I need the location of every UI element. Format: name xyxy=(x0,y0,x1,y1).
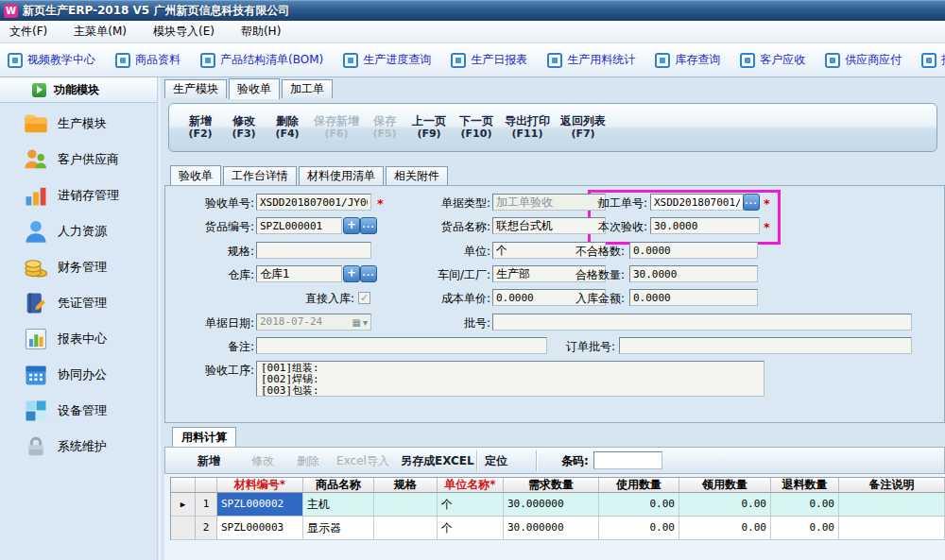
qualified-qty-input[interactable] xyxy=(629,265,758,282)
sidebar-header-label: 功能模块 xyxy=(54,82,99,98)
app-logo-icon: W xyxy=(4,4,18,18)
inbound-amount-input[interactable] xyxy=(629,289,758,306)
quickbar-item-alerts[interactable]: 报警提示 xyxy=(921,52,945,68)
save-as-excel-button[interactable]: 另存成EXCEL xyxy=(401,453,471,469)
unit-cost-label: 成本单价: xyxy=(405,290,490,307)
browse-item-button[interactable]: ... xyxy=(360,217,377,234)
cell-material-no: SPZL000002 xyxy=(217,493,303,517)
unqualified-qty-input[interactable] xyxy=(629,242,758,259)
spec-input[interactable] xyxy=(256,242,371,259)
sidebar-item-production-module[interactable]: 生产模块 xyxy=(23,107,157,141)
quickbar-item-progress-query[interactable]: 生产进度查询 xyxy=(343,52,431,68)
quickbar-item-receivables[interactable]: 客户应收 xyxy=(740,52,805,68)
quickbar-item-bom[interactable]: 产品结构清单(BOM) xyxy=(200,52,323,68)
checkbox-icon xyxy=(200,53,215,68)
current-acceptance-input[interactable] xyxy=(650,217,760,234)
locate-button[interactable]: 定位 xyxy=(481,453,511,469)
sidebar-item-report-center[interactable]: 报表中心 xyxy=(23,322,157,356)
tab-material-calc[interactable]: 用料计算 xyxy=(172,427,236,448)
quickbar-item-inventory-query[interactable]: 库存查询 xyxy=(655,52,720,68)
people-icon xyxy=(23,146,49,173)
tab-material-usage-list[interactable]: 材料使用清单 xyxy=(299,166,384,185)
quickbar-item-material-stats[interactable]: 生产用料统计 xyxy=(547,52,635,68)
remark-input[interactable] xyxy=(256,337,547,354)
acceptance-no-input[interactable] xyxy=(256,194,371,211)
sidebar-item-system-maintenance[interactable]: 系统维护 xyxy=(23,430,157,464)
tab-workbench-detail[interactable]: 工作台详情 xyxy=(223,166,297,185)
bar-chart-icon xyxy=(23,182,49,209)
cell-name: 显示器 xyxy=(303,517,374,540)
col-header-unit[interactable]: 单位名称* xyxy=(438,478,504,493)
separator xyxy=(536,450,537,471)
col-header-note[interactable]: 备注说明 xyxy=(839,478,945,493)
tab-acceptance-form[interactable]: 验收单 xyxy=(170,165,221,186)
sidebar-item-hr[interactable]: 人力资源 xyxy=(23,214,157,248)
play-icon xyxy=(32,83,46,97)
acceptance-process-box[interactable]: [001]组装: [002]焊锡: [003]包装: xyxy=(256,361,765,397)
menu-file[interactable]: 文件(F) xyxy=(9,24,47,40)
acceptance-process-label: 验收工序: xyxy=(169,362,254,379)
tab-attachments[interactable]: 相关附件 xyxy=(386,166,448,185)
sidebar-item-inventory-mgmt[interactable]: 进销存管理 xyxy=(23,178,157,212)
table-row[interactable]: 2 SPZL000003 显示器 个 30.000000 0.00 0.00 0… xyxy=(171,517,945,540)
tab-process-order[interactable]: 加工单 xyxy=(282,79,333,98)
sidebar-item-label: 人力资源 xyxy=(58,223,107,240)
detail-edit-button: 修改 xyxy=(240,453,285,469)
lock-icon xyxy=(23,433,49,460)
menu-main[interactable]: 主菜单(M) xyxy=(74,24,127,40)
col-header-returned-qty[interactable]: 退料数量 xyxy=(771,478,839,493)
sidebar-item-finance[interactable]: 财务管理 xyxy=(23,250,157,284)
row-seq: 1 xyxy=(196,493,217,517)
quickbar-item-daily-report[interactable]: 生产日报表 xyxy=(451,52,527,68)
col-header-received-qty[interactable]: 领用数量 xyxy=(679,478,771,493)
batch-no-input[interactable] xyxy=(492,314,912,331)
col-header-material-no[interactable]: 材料编号* xyxy=(217,478,303,493)
order-batch-no-input[interactable] xyxy=(619,337,912,354)
cell-spec xyxy=(374,517,438,540)
col-header-name[interactable]: 商品名称 xyxy=(303,478,374,493)
barcode-input[interactable] xyxy=(593,451,662,469)
doc-type-label: 单据类型: xyxy=(405,195,490,212)
tab-acceptance-order[interactable]: 验收单 xyxy=(229,78,280,99)
quickbar-label: 生产用料统计 xyxy=(567,52,635,68)
required-marker: * xyxy=(377,195,384,212)
quick-toolbar: 视频教学中心 商品资料 产品结构清单(BOM) 生产进度查询 生产日报表 生产用… xyxy=(0,43,945,77)
coins-icon xyxy=(23,254,49,280)
add-warehouse-button[interactable]: + xyxy=(343,265,360,282)
detail-add-button[interactable]: 新增 xyxy=(186,453,232,469)
cell-used-qty: 0.00 xyxy=(599,517,679,540)
browse-warehouse-button[interactable]: ... xyxy=(360,265,377,282)
col-header-used-qty[interactable]: 使用数量 xyxy=(599,478,679,493)
quickbar-item-goods[interactable]: 商品资料 xyxy=(115,52,180,68)
delete-button[interactable]: 删除(F4) xyxy=(266,115,309,140)
export-print-button[interactable]: 导出打印(F11) xyxy=(500,115,555,140)
next-page-button[interactable]: 下一页(F10) xyxy=(453,115,500,140)
item-no-input[interactable] xyxy=(256,217,342,234)
menu-help[interactable]: 帮助(H) xyxy=(241,24,281,40)
table-row[interactable]: ▶ 1 SPZL000002 主机 个 30.000000 0.00 0.00 … xyxy=(171,493,945,517)
warehouse-input[interactable] xyxy=(256,265,342,282)
back-to-list-button[interactable]: 返回列表(F7) xyxy=(555,115,611,140)
sidebar-item-collaboration[interactable]: 协同办公 xyxy=(23,358,157,392)
doc-date-picker[interactable]: 2018-07-24 ▦ ▾ xyxy=(256,314,371,331)
sidebar-item-equipment[interactable]: 设备管理 xyxy=(23,394,157,428)
col-header-required-qty[interactable]: 需求数量 xyxy=(504,478,599,493)
sidebar-item-customers-suppliers[interactable]: 客户供应商 xyxy=(23,143,157,177)
sidebar-item-voucher-mgmt[interactable]: 凭证管理 xyxy=(23,286,157,320)
prev-page-button[interactable]: 上一页(F9) xyxy=(405,115,453,140)
action-toolbar: 新增(F2) 修改(F3) 删除(F4) 保存新增(F6) 保存(F5) 上一页… xyxy=(168,103,937,152)
quickbar-item-video-center[interactable]: 视频教学中心 xyxy=(8,52,95,68)
add-button[interactable]: 新增(F2) xyxy=(179,115,222,140)
erp-window: W 新页生产ERP-2018 V5 广州新页信息科技有限公司 文件(F) 主菜单… xyxy=(0,0,945,560)
menu-module-import[interactable]: 模块导入(E) xyxy=(153,24,215,40)
tab-production-module[interactable]: 生产模块 xyxy=(164,79,227,98)
checkbox-icon xyxy=(825,53,840,68)
direct-inbound-checkbox[interactable]: ✓ xyxy=(358,292,370,304)
quickbar-item-payables[interactable]: 供应商应付 xyxy=(825,52,902,68)
process-order-no-input[interactable] xyxy=(650,194,744,211)
browse-process-order-button[interactable]: ... xyxy=(743,194,760,211)
edit-button[interactable]: 修改(F3) xyxy=(222,115,266,140)
person-icon xyxy=(23,218,49,245)
col-header-spec[interactable]: 规格 xyxy=(374,478,438,493)
add-item-button[interactable]: + xyxy=(343,217,360,234)
